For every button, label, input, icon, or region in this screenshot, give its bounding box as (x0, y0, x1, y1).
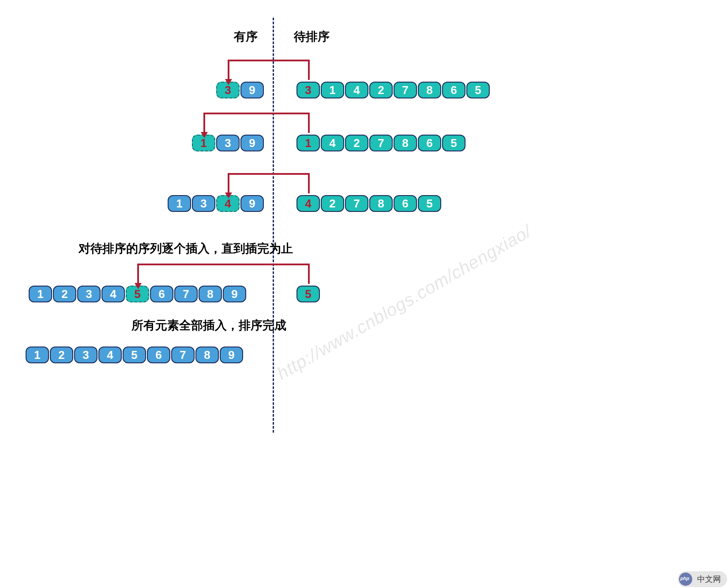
logo-text: 中文网 (697, 574, 721, 584)
left-cells-row-0: 39 (216, 82, 264, 98)
left-cell: 9 (240, 195, 264, 212)
right-cells-row-3: 5 (296, 286, 320, 302)
final-cell: 9 (220, 347, 243, 363)
right-cell: 1 (321, 82, 344, 98)
final-cell: 4 (98, 347, 122, 363)
logo-prefix: php (680, 576, 689, 581)
left-cell: 3 (77, 286, 101, 302)
right-cells-row-1: 1427865 (296, 135, 465, 151)
final-cell: 2 (50, 347, 73, 363)
header-sorted: 有序 (234, 29, 258, 45)
caption-mid: 对待排序的序列逐个插入，直到插完为止 (79, 241, 293, 256)
vertical-divider (273, 18, 274, 433)
right-cell: 6 (394, 195, 417, 212)
right-cell: 7 (345, 195, 368, 212)
right-cell: 5 (466, 82, 490, 98)
right-cell: 2 (321, 195, 344, 212)
right-cells-row-2: 427865 (296, 195, 441, 212)
left-cell: 6 (150, 286, 173, 302)
right-cell: 8 (394, 135, 417, 151)
right-cell: 8 (369, 195, 393, 212)
header-unsorted: 待排序 (294, 29, 330, 45)
left-cell: 3 (192, 195, 215, 212)
final-cells-row-0: 123456789 (26, 347, 243, 363)
right-cell: 5 (442, 135, 465, 151)
final-cell: 5 (123, 347, 146, 363)
final-cell: 3 (74, 347, 98, 363)
right-cell: 2 (369, 82, 393, 98)
right-cell: 2 (345, 135, 368, 151)
left-cell: 8 (199, 286, 222, 302)
right-cell: 5 (296, 286, 320, 302)
left-cell: 4 (101, 286, 125, 302)
right-cell: 6 (442, 82, 465, 98)
final-cell: 6 (147, 347, 170, 363)
left-cell: 1 (29, 286, 52, 302)
left-cell: 9 (223, 286, 246, 302)
site-logo-badge: php 中文网 (678, 571, 727, 587)
right-cell: 4 (345, 82, 368, 98)
final-cell: 1 (26, 347, 49, 363)
right-cell: 7 (394, 82, 417, 98)
left-cells-row-2: 1349 (168, 195, 264, 212)
left-cell: 7 (174, 286, 198, 302)
final-cell: 7 (171, 347, 195, 363)
left-cell: 9 (240, 135, 264, 151)
right-cell: 5 (418, 195, 441, 212)
caption-done: 所有元素全部插入，排序完成 (131, 317, 286, 333)
right-cell: 3 (296, 82, 320, 98)
right-cell: 7 (369, 135, 393, 151)
watermark-url: http://www.cnblogs.com/chengxiao/ (274, 221, 535, 384)
right-cell: 4 (321, 135, 344, 151)
left-cell: 9 (240, 82, 264, 98)
left-cell: 2 (53, 286, 76, 302)
right-cell: 1 (296, 135, 320, 151)
right-cell: 6 (418, 135, 441, 151)
left-cell: 1 (168, 195, 191, 212)
left-cell: 3 (216, 135, 240, 151)
right-cells-row-0: 31427865 (296, 82, 490, 98)
right-cell: 4 (296, 195, 320, 212)
right-cell: 8 (418, 82, 441, 98)
final-cell: 8 (195, 347, 219, 363)
